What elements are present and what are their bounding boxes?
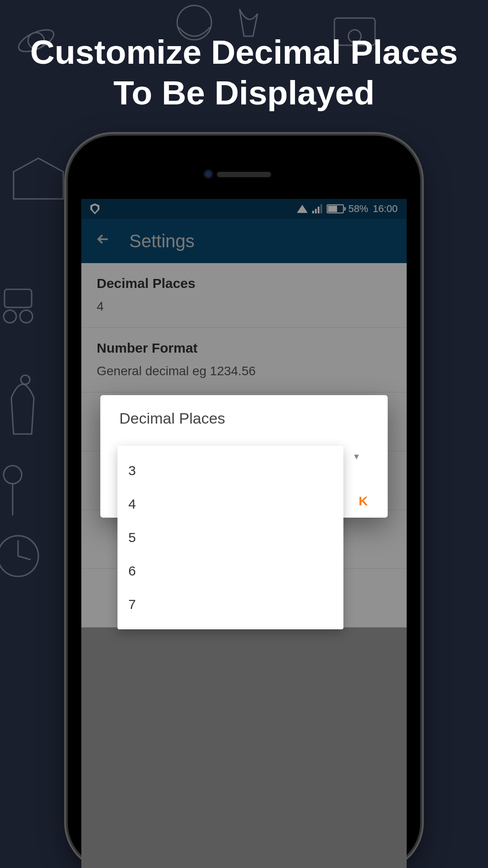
svg-line-17 [18, 556, 31, 560]
earpiece [217, 172, 271, 177]
dropdown-option[interactable]: 5 [117, 521, 343, 554]
front-camera [203, 169, 213, 179]
dropdown-option[interactable]: 7 [117, 588, 343, 621]
svg-rect-11 [5, 289, 32, 307]
dropdown-option[interactable]: 3 [117, 454, 343, 487]
dropdown-option[interactable]: 4 [117, 487, 343, 521]
dropdown-option[interactable]: 6 [117, 554, 343, 588]
svg-point-10 [21, 375, 30, 384]
phone-screen: 58% 16:00 Settings Decimal Places 4 Numb… [81, 199, 407, 868]
chevron-down-icon[interactable]: ▼ [352, 452, 361, 462]
svg-point-15 [0, 536, 38, 576]
decimal-places-dropdown: 3 4 5 6 7 [117, 446, 343, 629]
svg-point-13 [20, 310, 33, 323]
dialog-title: Decimal Places [100, 410, 388, 438]
svg-point-12 [4, 310, 16, 323]
phone-frame: 58% 16:00 Settings Decimal Places 4 Numb… [68, 136, 420, 868]
svg-point-20 [4, 466, 22, 484]
promo-headline: Customize Decimal Places To Be Displayed [0, 32, 488, 113]
